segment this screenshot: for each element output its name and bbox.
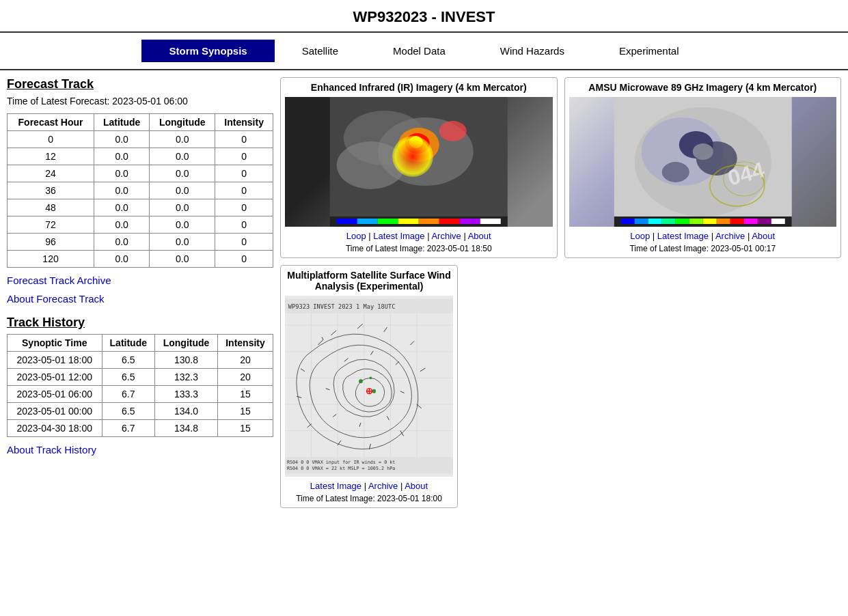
amsu-card-title: AMSU Microwave 89 GHz Imagery (4 km Merc… bbox=[569, 82, 837, 93]
content-area: Forecast Track Time of Latest Forecast: … bbox=[0, 70, 848, 515]
amsu-about-link[interactable]: About bbox=[752, 231, 775, 241]
about-forecast-track-link[interactable]: About Forecast Track bbox=[7, 293, 273, 305]
table-row: 24 0.0 0.0 0 bbox=[8, 165, 273, 182]
svg-text:WP9323    INVEST    2023   1 M: WP9323 INVEST 2023 1 May 18UTC bbox=[288, 303, 396, 310]
tab-wind-hazards[interactable]: Wind Hazards bbox=[473, 40, 592, 62]
wind-image-time: Time of Latest Image: 2023-05-01 18:00 bbox=[285, 494, 453, 503]
table-row: 2023-05-01 00:00 6.5 134.0 15 bbox=[8, 403, 273, 420]
table-row: 0 0.0 0.0 0 bbox=[8, 131, 273, 148]
svg-rect-33 bbox=[689, 219, 702, 224]
forecast-track-table: Forecast Hour Latitude Longitude Intensi… bbox=[7, 113, 273, 268]
wind-about-link[interactable]: About bbox=[405, 481, 428, 491]
svg-point-3 bbox=[337, 141, 405, 189]
amsu-image-svg: 044 bbox=[569, 97, 837, 227]
svg-text:R504  0   0   VMAX = 22 kt  MS: R504 0 0 VMAX = 22 kt MSLP = 1005.2 hPa bbox=[287, 466, 396, 472]
table-row: 2023-05-01 06:00 6.7 133.3 15 bbox=[8, 386, 273, 403]
forecast-time: Time of Latest Forecast: 2023-05-01 06:0… bbox=[7, 96, 273, 107]
svg-rect-9 bbox=[337, 219, 357, 224]
amsu-latest-link[interactable]: Latest Image bbox=[657, 231, 709, 241]
svg-rect-36 bbox=[730, 219, 743, 224]
ir-archive-link[interactable]: Archive bbox=[431, 231, 461, 241]
forecast-track-title: Forecast Track bbox=[7, 77, 273, 92]
ir-latest-link[interactable]: Latest Image bbox=[373, 231, 424, 241]
col-synoptic-time: Synoptic Time bbox=[8, 335, 102, 352]
table-row: 120 0.0 0.0 0 bbox=[8, 251, 273, 268]
amsu-image-card: AMSU Microwave 89 GHz Imagery (4 km Merc… bbox=[564, 77, 842, 258]
amsu-image[interactable]: 044 bbox=[569, 97, 837, 227]
svg-rect-10 bbox=[357, 219, 378, 224]
svg-rect-31 bbox=[661, 219, 675, 224]
tab-model-data[interactable]: Model Data bbox=[366, 40, 473, 62]
col-th-longitude: Longitude bbox=[155, 335, 218, 352]
tab-satellite[interactable]: Satellite bbox=[275, 40, 366, 62]
ir-image-links: Loop | Latest Image | Archive | About bbox=[285, 231, 553, 241]
table-row: 96 0.0 0.0 0 bbox=[8, 234, 273, 251]
tab-storm-synopsis[interactable]: Storm Synopsis bbox=[141, 40, 274, 62]
tab-experimental[interactable]: Experimental bbox=[592, 40, 707, 62]
svg-rect-15 bbox=[460, 219, 480, 224]
ir-image-card: Enhanced Infrared (IR) Imagery (4 km Mer… bbox=[280, 77, 558, 258]
about-track-history-link-row: About Track History bbox=[7, 444, 273, 456]
top-image-row: Enhanced Infrared (IR) Imagery (4 km Mer… bbox=[280, 77, 841, 258]
amsu-archive-link[interactable]: Archive bbox=[715, 231, 745, 241]
col-longitude: Longitude bbox=[150, 114, 215, 131]
about-forecast-link-row: About Forecast Track bbox=[7, 293, 273, 305]
col-th-latitude: Latitude bbox=[102, 335, 155, 352]
svg-point-22 bbox=[661, 162, 689, 182]
table-row: 48 0.0 0.0 0 bbox=[8, 199, 273, 216]
page-title: WP932023 - INVEST bbox=[0, 0, 848, 33]
svg-rect-38 bbox=[757, 219, 771, 224]
ir-about-link[interactable]: About bbox=[468, 231, 491, 241]
svg-rect-28 bbox=[620, 219, 634, 224]
svg-rect-29 bbox=[634, 219, 648, 224]
svg-point-4 bbox=[398, 128, 439, 162]
svg-point-6 bbox=[409, 136, 423, 148]
ir-loop-link[interactable]: Loop bbox=[346, 231, 366, 241]
bottom-image-row: Multiplatform Satellite Surface Wind Ana… bbox=[280, 265, 841, 508]
about-track-history-link[interactable]: About Track History bbox=[7, 444, 273, 456]
wind-archive-link[interactable]: Archive bbox=[368, 481, 398, 491]
svg-rect-12 bbox=[398, 219, 419, 224]
table-row: 36 0.0 0.0 0 bbox=[8, 182, 273, 199]
left-panel: Forecast Track Time of Latest Forecast: … bbox=[7, 77, 273, 508]
svg-point-75 bbox=[372, 389, 376, 393]
col-forecast-hour: Forecast Hour bbox=[8, 114, 94, 131]
amsu-loop-link[interactable]: Loop bbox=[630, 231, 650, 241]
amsu-image-links: Loop | Latest Image | Archive | About bbox=[569, 231, 837, 241]
table-row: 72 0.0 0.0 0 bbox=[8, 216, 273, 234]
track-history-title: Track History bbox=[7, 316, 273, 330]
wind-chart-svg: WP9323 INVEST 2023 1 May 18UTC R504 0 0 … bbox=[285, 296, 453, 477]
forecast-archive-link-row: Forecast Track Archive bbox=[7, 275, 273, 286]
col-th-intensity: Intensity bbox=[218, 335, 273, 352]
ir-image[interactable] bbox=[285, 97, 553, 227]
wind-image-links: Latest Image | Archive | About bbox=[285, 481, 453, 491]
table-row: 2023-05-01 12:00 6.5 132.3 20 bbox=[8, 369, 273, 386]
wind-image[interactable]: WP9323 INVEST 2023 1 May 18UTC R504 0 0 … bbox=[285, 296, 453, 477]
col-latitude: Latitude bbox=[94, 114, 150, 131]
track-history-table: Synoptic Time Latitude Longitude Intensi… bbox=[7, 334, 273, 437]
svg-rect-39 bbox=[771, 219, 784, 224]
wind-image-card: Multiplatform Satellite Surface Wind Ana… bbox=[280, 265, 458, 508]
ir-image-time: Time of Latest Image: 2023-05-01 18:50 bbox=[285, 244, 553, 253]
forecast-track-archive-link[interactable]: Forecast Track Archive bbox=[7, 275, 273, 286]
svg-rect-35 bbox=[716, 219, 730, 224]
wind-latest-link[interactable]: Latest Image bbox=[310, 481, 361, 491]
svg-rect-30 bbox=[648, 219, 661, 224]
svg-rect-14 bbox=[439, 219, 460, 224]
wind-card-title: Multiplatform Satellite Surface Wind Ana… bbox=[285, 270, 453, 292]
table-row: 2023-04-30 18:00 6.7 134.8 15 bbox=[8, 420, 273, 437]
svg-point-5 bbox=[405, 133, 430, 154]
nav-bar: Storm Synopsis Satellite Model Data Wind… bbox=[0, 33, 848, 70]
right-panel: Enhanced Infrared (IR) Imagery (4 km Mer… bbox=[280, 77, 841, 508]
svg-rect-34 bbox=[702, 219, 716, 224]
svg-rect-13 bbox=[419, 219, 439, 224]
col-intensity: Intensity bbox=[215, 114, 273, 131]
svg-rect-16 bbox=[480, 219, 501, 224]
svg-point-7 bbox=[439, 121, 467, 141]
ir-card-title: Enhanced Infrared (IR) Imagery (4 km Mer… bbox=[285, 82, 553, 93]
ir-image-svg bbox=[285, 97, 553, 227]
svg-point-73 bbox=[359, 379, 363, 383]
svg-point-74 bbox=[369, 377, 372, 380]
svg-rect-11 bbox=[378, 219, 398, 224]
svg-point-23 bbox=[692, 143, 713, 160]
